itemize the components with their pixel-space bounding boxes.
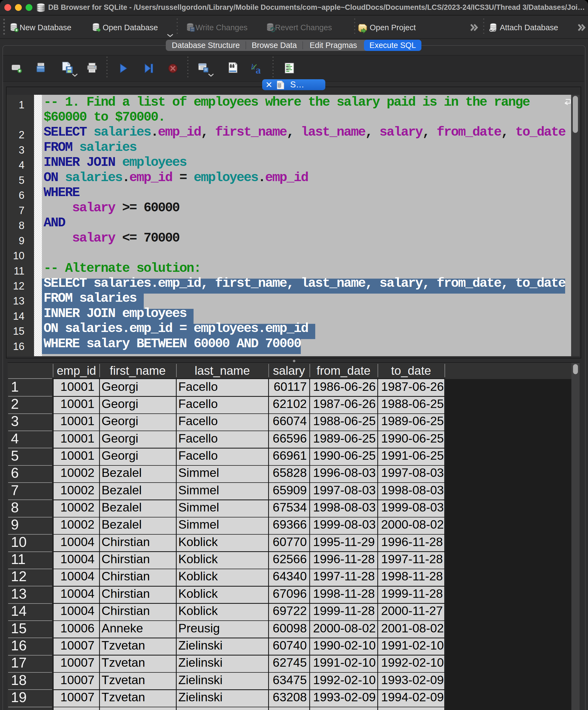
svg-text:a: a	[255, 64, 261, 74]
